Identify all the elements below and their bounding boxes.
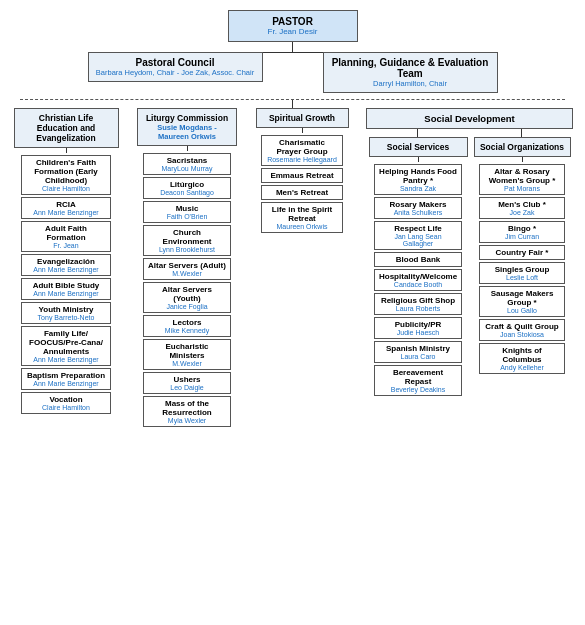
ss-item-6: Religious Gift ShopLaura Roberts bbox=[374, 293, 462, 315]
social-services-col: Social Services Helping Hands Food Pantr… bbox=[367, 137, 469, 398]
connector-line2 bbox=[292, 100, 293, 108]
ss-item-7: Publicity/PRJudie Haesch bbox=[374, 317, 462, 339]
social-dev-connectors bbox=[366, 129, 573, 137]
christian-life-header: Christian Life Education and Evangelizat… bbox=[14, 108, 119, 148]
cl-item-1: Children's Faith Formation (Early Childh… bbox=[21, 155, 111, 195]
christian-life-items: Children's Faith Formation (Early Childh… bbox=[21, 153, 111, 416]
lit-item-5: Altar Servers (Adult)M.Wexler bbox=[143, 258, 231, 280]
pastoral-council-box: Pastoral Council Barbara Heydom, Chair -… bbox=[88, 52, 263, 82]
lit-item-9: UshersLeo Daigle bbox=[143, 372, 231, 394]
ss-item-3: Respect LifeJan Lang Sean Gallagher bbox=[374, 221, 462, 250]
planning-members: Darryl Hamilton, Chair bbox=[330, 79, 491, 88]
social-orgs-items: Altar & Rosary Women's Group *Pat Morans… bbox=[479, 162, 565, 376]
lit-item-2: LitúrgicoDeacon Santiago bbox=[143, 177, 231, 199]
lit-item-1: SacristansMaryLou Murray bbox=[143, 153, 231, 175]
pastor-title: PASTOR bbox=[239, 16, 347, 27]
cl-item-4: EvangelizaciónAnn Marie Benzinger bbox=[21, 254, 111, 276]
cl-item-6: Youth MinistryTony Barreto-Neto bbox=[21, 302, 111, 324]
sg-item-2: Emmaus Retreat bbox=[261, 168, 343, 183]
ss-item-9: Bereavement RepastBeverley Deakins bbox=[374, 365, 462, 396]
liturgy-col: Liturgy Commission Susie Mogdans - Maure… bbox=[136, 108, 238, 429]
cl-item-3: Adult Faith FormationFr. Jean bbox=[21, 221, 111, 252]
so-item-4: Country Fair * bbox=[479, 245, 565, 260]
liturgy-items: SacristansMaryLou Murray LitúrgicoDeacon… bbox=[143, 151, 231, 429]
sg-item-4: Life in the Spirit RetreatMaureen Orkwis bbox=[261, 202, 343, 233]
spiritual-items: Charismatic Prayer GroupRosemarie Helleg… bbox=[261, 133, 343, 235]
so-item-6: Sausage Makers Group *Lou Gallo bbox=[479, 286, 565, 317]
social-services-items: Helping Hands Food Pantry *Sandra Zak Ro… bbox=[374, 162, 462, 398]
cl-item-2: RCIAAnn Marie Benzinger bbox=[21, 197, 111, 219]
so-item-8: Knights of ColumbusAndy Kelleher bbox=[479, 343, 565, 374]
so-item-5: Singles GroupLeslie Loft bbox=[479, 262, 565, 284]
so-item-3: Bingo *Jim Curran bbox=[479, 221, 565, 243]
spiritual-col: Spiritual Growth Charismatic Prayer Grou… bbox=[254, 108, 350, 235]
liturgy-header: Liturgy Commission Susie Mogdans - Maure… bbox=[137, 108, 237, 146]
social-dev-wrapper: Social Development Social Services Helpi… bbox=[366, 108, 573, 398]
org-chart: PASTOR Fr. Jean Desir Pastoral Council B… bbox=[10, 10, 575, 429]
council-label: Pastoral Council bbox=[95, 57, 256, 68]
christian-life-col: Christian Life Education and Evangelizat… bbox=[12, 108, 120, 416]
lit-item-8: Eucharistic MinistersM.Wexler bbox=[143, 339, 231, 370]
ss-item-8: Spanish MinistryLaura Caro bbox=[374, 341, 462, 363]
spiritual-header: Spiritual Growth bbox=[256, 108, 349, 128]
so-item-1: Altar & Rosary Women's Group *Pat Morans bbox=[479, 164, 565, 195]
cl-item-5: Adult Bible StudyAnn Marie Benzinger bbox=[21, 278, 111, 300]
social-services-header: Social Services bbox=[369, 137, 468, 157]
so-item-2: Men's Club *Joe Zak bbox=[479, 197, 565, 219]
social-dev-subcols: Social Services Helping Hands Food Pantr… bbox=[367, 137, 572, 398]
lit-item-4: Church EnvironmentLynn Brooklehurst bbox=[143, 225, 231, 256]
cl-item-8: Baptism PreparationAnn Marie Benzinger bbox=[21, 368, 111, 390]
ss-item-1: Helping Hands Food Pantry *Sandra Zak bbox=[374, 164, 462, 195]
lit-item-6: Altar Servers (Youth)Janice Foglia bbox=[143, 282, 231, 313]
ss-item-2: Rosary MakersAnita Schulkers bbox=[374, 197, 462, 219]
planning-box: Planning, Guidance & Evaluation Team Dar… bbox=[323, 52, 498, 93]
lit-item-10: Mass of the ResurrectionMyla Wexler bbox=[143, 396, 231, 427]
social-orgs-header: Social Organizations bbox=[474, 137, 571, 157]
sg-item-1: Charismatic Prayer GroupRosemarie Helleg… bbox=[261, 135, 343, 166]
sg-item-3: Men's Retreat bbox=[261, 185, 343, 200]
planning-label: Planning, Guidance & Evaluation Team bbox=[330, 57, 491, 79]
cl-item-7: Family Life/ FOOCUS/Pre-Cana/ Annulments… bbox=[21, 326, 111, 366]
h-connector bbox=[263, 52, 323, 53]
social-orgs-col: Social Organizations Altar & Rosary Wome… bbox=[472, 137, 572, 376]
pastor-box: PASTOR Fr. Jean Desir bbox=[228, 10, 358, 42]
lit-item-3: MusicFaith O'Brien bbox=[143, 201, 231, 223]
social-dev-header: Social Development bbox=[366, 108, 573, 129]
connector-line bbox=[292, 42, 293, 52]
pastor-name: Fr. Jean Desir bbox=[239, 27, 347, 36]
so-item-7: Craft & Quilt GroupJoan Stokiosa bbox=[479, 319, 565, 341]
ss-item-4: Blood Bank bbox=[374, 252, 462, 267]
ss-item-5: Hospitality/WelcomeCandace Booth bbox=[374, 269, 462, 291]
lit-item-7: LectorsMike Kennedy bbox=[143, 315, 231, 337]
cl-item-9: VocationClaire Hamilton bbox=[21, 392, 111, 414]
council-members: Barbara Heydom, Chair - Joe Zak, Assoc. … bbox=[95, 68, 256, 77]
